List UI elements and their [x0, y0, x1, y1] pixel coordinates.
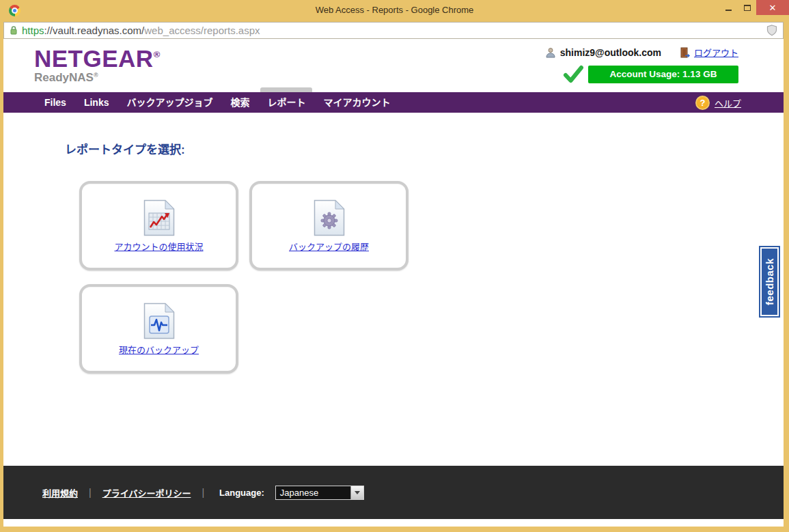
account-usage-badge: Account Usage: 1.13 GB — [588, 66, 738, 83]
pulse-document-icon — [143, 303, 175, 339]
backup-history-link[interactable]: バックアップの履歴 — [289, 240, 369, 253]
nav-item-backup-jobs[interactable]: バックアップジョブ — [117, 92, 221, 113]
url-scheme: https — [22, 25, 44, 36]
account-usage-link[interactable]: アカウントの使用状況 — [114, 240, 203, 253]
url-host: ://vault.readynas.com/ — [44, 25, 145, 36]
minimize-button[interactable] — [719, 0, 738, 15]
gear-document-icon — [314, 199, 345, 236]
netgear-logo: NETGEAR® ReadyNAS® — [34, 42, 161, 85]
window-controls: ✕ — [719, 0, 789, 15]
main-content: レポートタイプを選択: アカウントの使用状況 — [3, 113, 784, 466]
language-selected-value: Japanese — [276, 486, 350, 499]
terms-link[interactable]: 利用規約 — [42, 486, 78, 499]
card-backup-history[interactable]: バックアップの履歴 — [249, 181, 409, 270]
minimize-icon — [725, 10, 732, 11]
language-label: Language: — [219, 488, 264, 498]
url-path: web_access/reports.aspx — [144, 25, 260, 36]
shield-icon — [766, 25, 777, 36]
door-logout-icon — [680, 47, 691, 58]
select-dropdown-button[interactable] — [350, 486, 363, 499]
logout-group: ログアウト — [680, 46, 738, 59]
user-email: shimiz9@outlook.com — [560, 47, 661, 58]
nav-item-reports-active[interactable]: レポート — [258, 92, 314, 113]
brand-name: NETGEAR® — [34, 42, 161, 71]
address-bar[interactable]: https://vault.readynas.com/web_access/re… — [3, 22, 784, 39]
chevron-down-icon — [355, 491, 360, 494]
card-current-backup[interactable]: 現在のバックアップ — [79, 284, 238, 374]
page-title: レポートタイプを選択: — [65, 140, 185, 157]
usage-row: Account Usage: 1.13 GB — [563, 65, 738, 83]
feedback-tab[interactable]: feedback — [760, 247, 779, 316]
main-nav: Files Links バックアップジョブ 検索 レポート マイアカウント ? … — [3, 92, 784, 113]
user-icon — [545, 47, 556, 58]
footer-separator: | — [89, 487, 92, 498]
chrome-favicon-icon — [9, 5, 20, 16]
footer-separator: | — [202, 487, 204, 498]
url-text: https://vault.readynas.com/web_access/re… — [22, 25, 260, 36]
nav-item-search[interactable]: 検索 — [221, 92, 258, 113]
card-account-usage[interactable]: アカウントの使用状況 — [79, 181, 238, 270]
logout-link[interactable]: ログアウト — [694, 46, 738, 59]
registered-mark: ® — [94, 72, 98, 79]
browser-titlebar: Web Access - Reports - Google Chrome ✕ — [0, 0, 789, 22]
line-chart-document-icon — [143, 199, 175, 236]
privacy-link[interactable]: プライバシーポリシー — [102, 486, 191, 499]
account-area: shimiz9@outlook.com ログアウト Account Usage:… — [545, 46, 738, 83]
product-name: ReadyNAS® — [34, 71, 161, 85]
shield-button[interactable] — [766, 25, 777, 36]
nav-item-my-account[interactable]: マイアカウント — [314, 92, 399, 113]
check-icon — [563, 65, 583, 83]
help-icon[interactable]: ? — [695, 96, 710, 110]
account-row: shimiz9@outlook.com ログアウト — [545, 46, 738, 59]
maximize-icon — [744, 5, 751, 11]
active-tab-indicator — [260, 87, 312, 92]
help-area: ? ヘルプ — [695, 96, 741, 110]
registered-mark: ® — [154, 49, 161, 59]
site-header: NETGEAR® ReadyNAS® shimiz9@outlook.com ロ… — [3, 39, 784, 92]
maximize-button[interactable] — [738, 0, 756, 15]
help-link[interactable]: ヘルプ — [715, 96, 741, 109]
nav-item-links[interactable]: Links — [75, 92, 118, 113]
close-button[interactable]: ✕ — [756, 0, 789, 15]
https-lock-icon[interactable] — [10, 25, 18, 36]
nav-item-files[interactable]: Files — [36, 92, 75, 113]
window-title: Web Access - Reports - Google Chrome — [0, 0, 789, 20]
footer: 利用規約 | プライバシーポリシー | Language: Japanese — [3, 466, 784, 519]
language-select[interactable]: Japanese — [275, 486, 364, 500]
report-cards: アカウントの使用状況 — [79, 181, 421, 374]
current-backup-link[interactable]: 現在のバックアップ — [119, 343, 199, 356]
page-content: NETGEAR® ReadyNAS® shimiz9@outlook.com ロ… — [3, 39, 784, 527]
